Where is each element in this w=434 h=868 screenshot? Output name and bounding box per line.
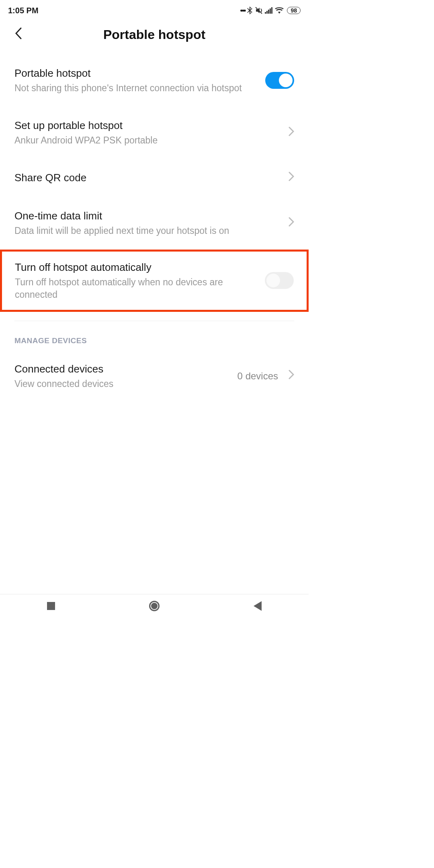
- share-qr-row[interactable]: Share QR code: [14, 159, 294, 197]
- hotspot-toggle[interactable]: [265, 72, 294, 89]
- highlight-box: Turn off hotspot automatically Turn off …: [0, 250, 309, 312]
- connected-devices-row[interactable]: Connected devices View connected devices…: [14, 350, 294, 402]
- hotspot-sub: Not sharing this phone's Internet connec…: [14, 82, 265, 94]
- datalimit-title: One-time data limit: [14, 209, 284, 223]
- more-icon: •••: [240, 6, 246, 15]
- auto-off-toggle[interactable]: [265, 272, 294, 289]
- back-button[interactable]: [14, 27, 22, 43]
- connected-value: 0 devices: [237, 371, 278, 382]
- auto-off-title: Turn off hotspot automatically: [15, 260, 265, 274]
- signal-icon: [265, 7, 273, 14]
- home-button[interactable]: [149, 601, 160, 611]
- recents-button[interactable]: [47, 602, 55, 610]
- svg-rect-1: [265, 12, 266, 14]
- battery-indicator: 98: [287, 7, 301, 14]
- mute-icon: [255, 6, 263, 14]
- svg-rect-5: [271, 7, 272, 14]
- navigation-bar: [0, 594, 309, 617]
- connected-title: Connected devices: [14, 362, 237, 376]
- status-bar: 1:05 PM ••• 98: [0, 0, 309, 16]
- setup-sub: Ankur Android WPA2 PSK portable: [14, 134, 284, 147]
- chevron-right-icon: [289, 217, 294, 229]
- page-header: Portable hotspot: [0, 16, 309, 50]
- svg-rect-2: [266, 11, 268, 14]
- chevron-right-icon: [289, 370, 294, 382]
- hotspot-toggle-row[interactable]: Portable hotspot Not sharing this phone'…: [14, 50, 294, 106]
- auto-off-row[interactable]: Turn off hotspot automatically Turn off …: [15, 252, 294, 310]
- chevron-right-icon: [289, 172, 294, 184]
- status-time: 1:05 PM: [8, 6, 39, 15]
- status-icons: ••• 98: [240, 6, 301, 15]
- chevron-right-icon: [289, 127, 294, 139]
- setup-title: Set up portable hotspot: [14, 119, 284, 133]
- qr-title: Share QR code: [14, 171, 284, 185]
- connected-sub: View connected devices: [14, 378, 237, 390]
- manage-devices-header: MANAGE DEVICES: [14, 326, 294, 350]
- chevron-left-icon: [14, 27, 22, 39]
- setup-hotspot-row[interactable]: Set up portable hotspot Ankur Android WP…: [14, 106, 294, 159]
- datalimit-sub: Data limit will be applied next time you…: [14, 225, 284, 237]
- divider: [14, 321, 294, 321]
- wifi-icon: [275, 7, 284, 14]
- data-limit-row[interactable]: One-time data limit Data limit will be a…: [14, 197, 294, 249]
- back-nav-button[interactable]: [254, 601, 262, 611]
- auto-off-sub: Turn off hotspot automatically when no d…: [15, 276, 265, 301]
- svg-rect-3: [268, 10, 269, 14]
- hotspot-title: Portable hotspot: [14, 66, 265, 80]
- bluetooth-icon: [247, 6, 253, 14]
- page-title: Portable hotspot: [12, 27, 297, 42]
- svg-rect-4: [270, 8, 271, 14]
